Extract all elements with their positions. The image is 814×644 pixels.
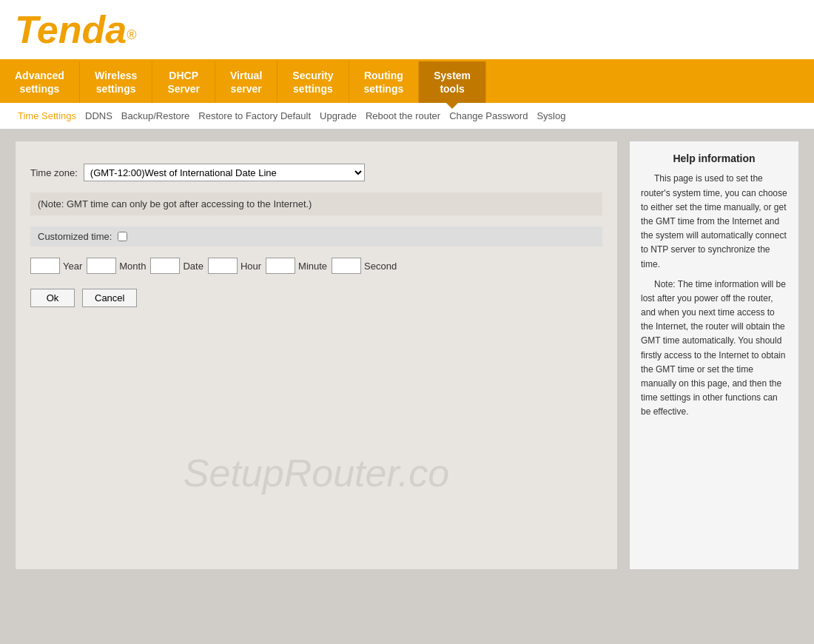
- subnav-item-factory-default[interactable]: Restore to Factory Default: [195, 109, 314, 123]
- logo: Tenda®: [15, 7, 136, 52]
- cancel-button[interactable]: Cancel: [82, 289, 137, 307]
- left-panel: Time zone: (GMT-12:00)West of Internatio…: [15, 141, 618, 570]
- note-row: (Note: GMT time can only be got after ac…: [30, 192, 602, 215]
- right-panel: Help information This page is used to se…: [629, 141, 799, 570]
- minute-label: Minute: [298, 261, 327, 272]
- subnav: Time SettingsDDNSBackup/RestoreRestore t…: [0, 103, 814, 130]
- hour-input[interactable]: [208, 258, 238, 274]
- logo-registered: ®: [127, 27, 136, 42]
- nav-item-security[interactable]: Security settings: [278, 61, 349, 103]
- subnav-item-upgrade[interactable]: Upgrade: [317, 109, 360, 123]
- minute-input[interactable]: [266, 258, 295, 274]
- ok-button[interactable]: Ok: [30, 289, 75, 307]
- customized-label: Customized time:: [38, 231, 112, 242]
- second-input[interactable]: [332, 258, 361, 274]
- subnav-item-reboot-router[interactable]: Reboot the router: [363, 109, 443, 123]
- button-row: Ok Cancel: [30, 289, 602, 307]
- timezone-label: Time zone:: [30, 167, 78, 178]
- month-label: Month: [119, 261, 146, 272]
- main-content: Time zone: (GMT-12:00)West of Internatio…: [0, 130, 814, 581]
- subnav-item-change-password[interactable]: Change Password: [446, 109, 531, 123]
- timezone-row: Time zone: (GMT-12:00)West of Internatio…: [30, 164, 602, 181]
- nav-item-system[interactable]: System tools: [419, 61, 486, 103]
- header: Tenda®: [0, 0, 814, 61]
- time-inputs-row: Year Month Date Hour Minute Second: [30, 258, 602, 274]
- customized-row: Customized time:: [30, 227, 602, 246]
- nav-item-routing[interactable]: Routing settings: [349, 61, 420, 103]
- month-input[interactable]: [87, 258, 116, 274]
- year-input[interactable]: [30, 258, 60, 274]
- logo-text: Tenda: [15, 8, 127, 51]
- help-title: Help information: [641, 152, 787, 164]
- hour-label: Hour: [240, 261, 261, 272]
- subnav-item-ddns[interactable]: DDNS: [82, 109, 115, 123]
- help-text: This page is used to set the router's sy…: [641, 172, 787, 419]
- date-label: Date: [183, 261, 203, 272]
- subnav-item-time-settings[interactable]: Time Settings: [15, 109, 79, 123]
- date-input[interactable]: [150, 258, 180, 274]
- nav-item-advanced[interactable]: Advanced settings: [0, 61, 80, 103]
- subnav-item-backup-restore[interactable]: Backup/Restore: [118, 109, 193, 123]
- note-text: (Note: GMT time can only be got after ac…: [38, 198, 312, 209]
- subnav-item-syslog[interactable]: Syslog: [534, 109, 568, 123]
- nav-item-dhcp[interactable]: DHCP Server: [152, 61, 215, 103]
- nav-item-virtual[interactable]: Virtual server: [215, 61, 278, 103]
- watermark: SetupRouter.co: [184, 451, 449, 495]
- timezone-select[interactable]: (GMT-12:00)West of International Date Li…: [84, 164, 365, 181]
- second-label: Second: [364, 261, 397, 272]
- nav-item-wireless[interactable]: Wireless settings: [80, 61, 152, 103]
- customized-checkbox[interactable]: [118, 232, 127, 241]
- navbar: Advanced settingsWireless settingsDHCP S…: [0, 61, 814, 103]
- year-label: Year: [63, 261, 82, 272]
